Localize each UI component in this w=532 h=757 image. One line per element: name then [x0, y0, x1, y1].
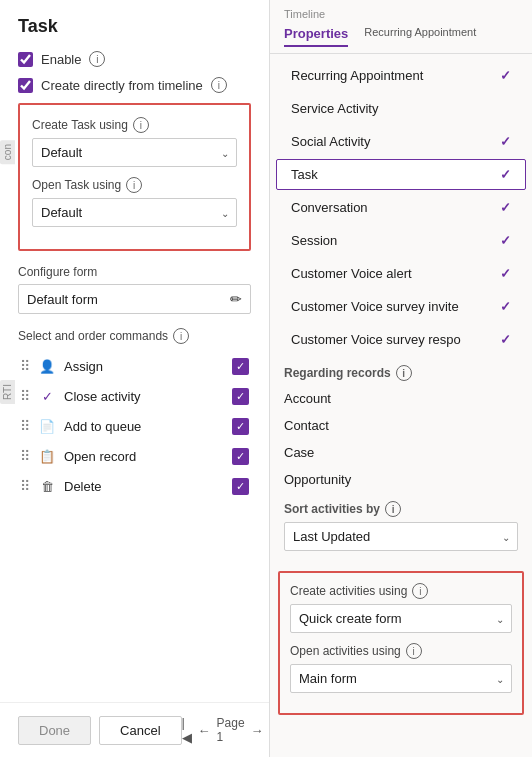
commands-label: Select and order commands [18, 329, 168, 343]
command-delete[interactable]: ⠿ 🗑 Delete [18, 472, 251, 500]
trash-icon: 🗑 [38, 477, 56, 495]
activity-recurring-appointment[interactable]: Recurring Appointment ✓ [276, 60, 526, 91]
regarding-case[interactable]: Case [270, 439, 532, 466]
command-open-record[interactable]: ⠿ 📋 Open record [18, 442, 251, 470]
default-form-label: Default form [27, 292, 98, 307]
add-to-queue-checkbox[interactable] [232, 418, 249, 435]
regarding-opportunity[interactable]: Opportunity [270, 466, 532, 493]
sort-info-icon[interactable]: i [385, 501, 401, 517]
create-directly-row: Create directly from timeline i [18, 77, 251, 93]
footer-buttons: Done Cancel [18, 716, 182, 745]
regarding-contact[interactable]: Contact [270, 412, 532, 439]
sort-select[interactable]: Last Updated Created Date [284, 522, 518, 551]
sort-section: Sort activities by i Last Updated Create… [270, 493, 532, 565]
drag-handle-queue[interactable]: ⠿ [20, 418, 30, 434]
add-to-queue-label: Add to queue [64, 419, 224, 434]
close-activity-label: Close activity [64, 389, 224, 404]
create-task-select-wrapper: Default Quick create form Main form ⌄ [32, 138, 237, 167]
left-panel: con RTI Task Enable i Create directly fr… [0, 0, 270, 757]
create-activities-label-row: Create activities using i [290, 583, 512, 599]
activity-session[interactable]: Session ✓ [276, 225, 526, 256]
create-activities-label: Create activities using [290, 584, 407, 598]
activity-task[interactable]: Task ✓ [276, 159, 526, 190]
recurring-check-icon: ✓ [500, 68, 511, 83]
command-assign[interactable]: ⠿ 👤 Assign [18, 352, 251, 380]
create-task-label: Create Task using [32, 118, 128, 132]
done-button[interactable]: Done [18, 716, 91, 745]
commands-info-icon[interactable]: i [173, 328, 189, 344]
social-check-icon: ✓ [500, 134, 511, 149]
sort-label-row: Sort activities by i [284, 501, 518, 517]
next-page-icon[interactable]: → [251, 723, 264, 738]
create-directly-checkbox[interactable] [18, 78, 33, 93]
drag-handle-close[interactable]: ⠿ [20, 388, 30, 404]
open-activities-select-wrapper: Main form Quick create form Default ⌄ [290, 664, 512, 693]
enable-label: Enable [41, 52, 81, 67]
open-activities-label: Open activities using [290, 644, 401, 658]
left-edge-label-rti: RTI [0, 380, 15, 404]
create-activities-select-wrapper: Quick create form Main form Default ⌄ [290, 604, 512, 633]
doc-icon: 📄 [38, 417, 56, 435]
cv-invite-check-icon: ✓ [500, 299, 511, 314]
create-directly-label: Create directly from timeline [41, 78, 203, 93]
create-directly-info-icon[interactable]: i [211, 77, 227, 93]
record-icon: 📋 [38, 447, 56, 465]
delete-checkbox[interactable] [232, 478, 249, 495]
right-panel-body: Recurring Appointment ✓ Service Activity… [270, 54, 532, 757]
activity-conversation[interactable]: Conversation ✓ [276, 192, 526, 223]
left-panel-content: Task Enable i Create directly from timel… [0, 0, 269, 702]
open-record-checkbox[interactable] [232, 448, 249, 465]
assign-checkbox[interactable] [232, 358, 249, 375]
enable-info-icon[interactable]: i [89, 51, 105, 67]
activity-customer-voice-alert[interactable]: Customer Voice alert ✓ [276, 258, 526, 289]
drag-handle-assign[interactable]: ⠿ [20, 358, 30, 374]
commands-label-row: Select and order commands i [18, 328, 251, 344]
assign-label: Assign [64, 359, 224, 374]
create-task-label-row: Create Task using i [32, 117, 237, 133]
enable-checkbox[interactable] [18, 52, 33, 67]
open-activities-select[interactable]: Main form Quick create form Default [290, 664, 512, 693]
create-activities-info-icon[interactable]: i [412, 583, 428, 599]
first-page-icon[interactable]: |◀ [182, 715, 192, 745]
activity-customer-voice-response[interactable]: Customer Voice survey respo ✓ [276, 324, 526, 355]
cv-response-check-icon: ✓ [500, 332, 511, 347]
task-form-section: Create Task using i Default Quick create… [18, 103, 251, 251]
page-label: Page 1 [217, 716, 245, 744]
drag-handle-delete[interactable]: ⠿ [20, 478, 30, 494]
sort-label: Sort activities by [284, 502, 380, 516]
panel-title: Task [18, 16, 251, 37]
open-activities-info-icon[interactable]: i [406, 643, 422, 659]
right-panel: Timeline Properties Recurring Appointmen… [270, 0, 532, 757]
cv-alert-check-icon: ✓ [500, 266, 511, 281]
close-activity-checkbox[interactable] [232, 388, 249, 405]
regarding-info-icon[interactable]: i [396, 365, 412, 381]
sort-select-wrapper: Last Updated Created Date ⌄ [284, 522, 518, 551]
enable-row: Enable i [18, 51, 251, 67]
drag-handle-record[interactable]: ⠿ [20, 448, 30, 464]
regarding-account[interactable]: Account [270, 385, 532, 412]
tab-properties[interactable]: Properties [284, 22, 348, 47]
create-task-info-icon[interactable]: i [133, 117, 149, 133]
configure-form-label: Configure form [18, 265, 251, 279]
command-add-to-queue[interactable]: ⠿ 📄 Add to queue [18, 412, 251, 440]
activity-social-activity[interactable]: Social Activity ✓ [276, 126, 526, 157]
edit-icon[interactable]: ✏ [230, 291, 242, 307]
open-task-info-icon[interactable]: i [126, 177, 142, 193]
configure-form-row: Default form ✏ [18, 284, 251, 314]
regarding-section-header: Regarding records i [270, 357, 532, 385]
open-task-select[interactable]: Default Quick create form Main form [32, 198, 237, 227]
activity-service-activity[interactable]: Service Activity [276, 93, 526, 124]
open-task-select-wrapper: Default Quick create form Main form ⌄ [32, 198, 237, 227]
tab-recurring-appointment[interactable]: Recurring Appointment [364, 22, 476, 47]
conversation-check-icon: ✓ [500, 200, 511, 215]
right-panel-header: Timeline Properties Recurring Appointmen… [270, 0, 532, 54]
prev-page-icon[interactable]: ← [198, 723, 211, 738]
delete-label: Delete [64, 479, 224, 494]
cancel-button[interactable]: Cancel [99, 716, 181, 745]
command-close-activity[interactable]: ⠿ ✓ Close activity [18, 382, 251, 410]
activity-customer-voice-invite[interactable]: Customer Voice survey invite ✓ [276, 291, 526, 322]
create-task-select[interactable]: Default Quick create form Main form [32, 138, 237, 167]
create-activities-select[interactable]: Quick create form Main form Default [290, 604, 512, 633]
session-check-icon: ✓ [500, 233, 511, 248]
open-task-label-row: Open Task using i [32, 177, 237, 193]
